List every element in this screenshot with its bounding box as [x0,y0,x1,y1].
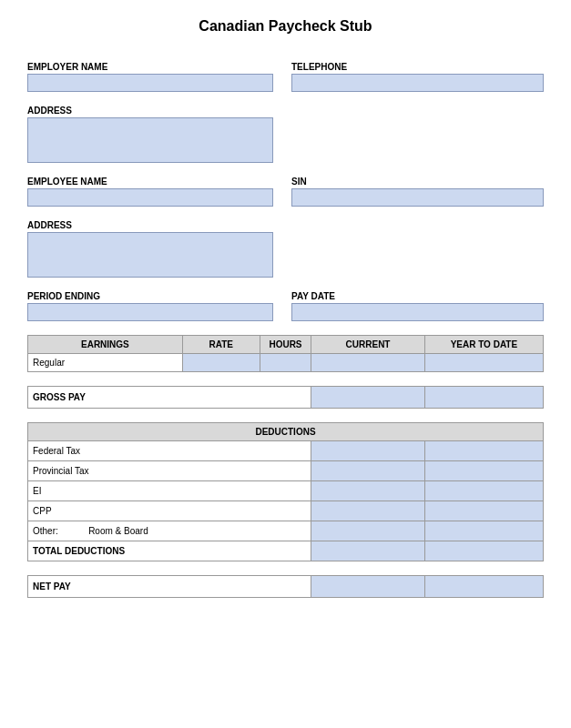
cpp-label: CPP [28,501,311,521]
earnings-row: Regular [28,354,544,372]
sin-label: SIN [291,177,544,187]
earnings-col-header: EARNINGS [28,336,183,354]
ei-ytd[interactable] [424,481,543,501]
earnings-current-cell[interactable] [311,354,425,372]
other-ytd[interactable] [424,521,543,541]
pay-date-section: PAY DATE [291,291,544,321]
pay-date-label: PAY DATE [291,291,544,301]
total-deductions-row: TOTAL DEDUCTIONS [28,541,544,561]
employer-address-label: ADDRESS [27,106,544,116]
total-deductions-ytd[interactable] [424,541,543,561]
ei-row: EI [28,481,544,501]
other-current[interactable] [311,521,425,541]
net-pay-ytd[interactable] [424,576,543,598]
pay-date-input[interactable] [291,303,544,321]
gross-pay-label: GROSS PAY [28,387,311,409]
employer-name-section: EMPLOYER NAME [27,62,273,92]
earnings-rate-cell[interactable] [182,354,260,372]
ei-label: EI [28,481,311,501]
gross-pay-row: GROSS PAY [28,387,544,409]
cpp-row: CPP [28,501,544,521]
gross-pay-ytd-cell[interactable] [424,387,543,409]
other-row: Other: Room & Board [28,521,544,541]
federal-tax-current[interactable] [311,441,425,461]
period-ending-section: PERIOD ENDING [27,291,273,321]
employee-address-label: ADDRESS [27,220,544,230]
federal-tax-row: Federal Tax [28,441,544,461]
federal-tax-ytd[interactable] [424,441,543,461]
gross-pay-section: GROSS PAY [27,386,544,409]
current-col-header: CURRENT [311,336,425,354]
employee-name-input[interactable] [27,188,273,207]
total-deductions-label: TOTAL DEDUCTIONS [28,541,311,561]
net-pay-current[interactable] [311,576,425,598]
earnings-hours-cell[interactable] [260,354,311,372]
ei-current[interactable] [311,481,425,501]
provincial-tax-row: Provincial Tax [28,461,544,481]
employer-name-input[interactable] [27,74,273,92]
other-description: Room & Board [88,526,148,536]
telephone-input[interactable] [291,74,544,92]
telephone-label: TELEPHONE [291,62,544,72]
net-pay-row: NET PAY [28,576,544,598]
employee-name-label: EMPLOYEE NAME [27,177,273,187]
hours-col-header: HOURS [260,336,311,354]
period-ending-label: PERIOD ENDING [27,291,273,301]
period-ending-input[interactable] [27,303,273,321]
net-pay-section: NET PAY [27,575,544,598]
ytd-col-header: YEAR TO DATE [424,336,543,354]
page-title: Canadian Paycheck Stub [27,18,544,35]
employee-name-section: EMPLOYEE NAME [27,177,273,207]
sin-input[interactable] [291,188,544,207]
other-label: Other: Room & Board [28,521,311,541]
provincial-tax-current[interactable] [311,461,425,481]
provincial-tax-ytd[interactable] [424,461,543,481]
federal-tax-label: Federal Tax [28,441,311,461]
cpp-ytd[interactable] [424,501,543,521]
deductions-header: DEDUCTIONS [28,423,544,441]
total-deductions-current[interactable] [311,541,425,561]
rate-col-header: RATE [182,336,260,354]
employer-address-input[interactable] [27,117,273,163]
cpp-current[interactable] [311,501,425,521]
employer-name-label: EMPLOYER NAME [27,62,273,72]
telephone-section: TELEPHONE [291,62,544,92]
provincial-tax-label: Provincial Tax [28,461,311,481]
earnings-section: EARNINGS RATE HOURS CURRENT YEAR TO DATE… [27,335,544,372]
earnings-ytd-cell[interactable] [424,354,543,372]
sin-section: SIN [291,177,544,207]
other-prefix: Other: [33,526,58,536]
employee-address-input[interactable] [27,232,273,278]
net-pay-label: NET PAY [28,576,311,598]
deductions-section: DEDUCTIONS Federal Tax Provincial Tax EI… [27,422,544,561]
earnings-label-cell: Regular [28,354,183,372]
gross-pay-current-cell[interactable] [311,387,425,409]
